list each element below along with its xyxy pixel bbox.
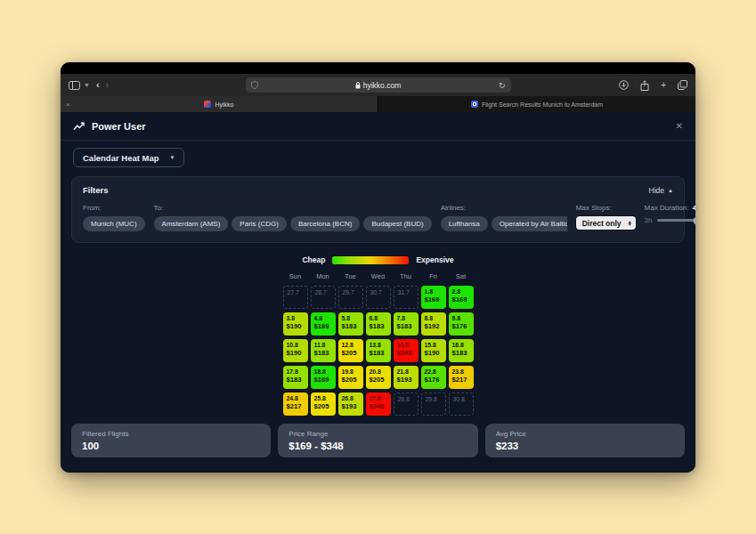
hyikko-favicon	[204, 101, 211, 108]
calendar-day-cell[interactable]: 6.8$183	[366, 312, 391, 336]
filter-chip[interactable]: Lufthansa	[441, 216, 488, 231]
filter-group-to: To: Amsterdam (AMS)Paris (CDG)Barcelona …	[154, 204, 432, 231]
calendar-day-cell[interactable]: 27.8$348	[366, 392, 391, 416]
lock-icon	[355, 82, 361, 89]
calendar-day-cell[interactable]: 16.8$183	[449, 339, 474, 362]
stat-filtered-flights: Filtered Flights 100	[71, 424, 271, 457]
downloads-icon[interactable]	[619, 80, 629, 90]
max-stops-value: Direct only	[582, 219, 622, 228]
calendar-day-cell[interactable]: 23.8$217	[449, 366, 474, 389]
filter-chip[interactable]: Amsterdam (AMS)	[154, 216, 229, 231]
url-bar[interactable]: hyikko.com ↻	[246, 77, 511, 93]
sidebar-menu-chevron-icon[interactable]: ▼	[84, 82, 90, 88]
calendar-day-cell[interactable]: 15.8$190	[421, 339, 446, 362]
page-header: Power User ✕	[61, 112, 695, 141]
from-chips: Munich (MUC)	[83, 216, 145, 231]
calendar-day-cell: 30.8	[449, 392, 474, 416]
tab-label: Flight Search Results Munich to Amsterda…	[482, 101, 603, 108]
tab-hyikko[interactable]: × Hyikko	[61, 96, 378, 112]
calendar-day-cell[interactable]: 3.8$190	[283, 312, 308, 336]
stats-row: Filtered Flights 100 Price Range $169 - …	[71, 424, 685, 457]
calendar-day-cell[interactable]: 7.8$183	[394, 312, 419, 336]
filter-group-airlines: Airlines: LufthansaOperated by Air Balti…	[441, 204, 567, 231]
slider-thumb[interactable]	[694, 216, 695, 224]
filter-group-max-stops: Max Stops: Direct only ▲▼	[576, 204, 636, 230]
calendar-day-cell[interactable]: 14.8$348	[394, 339, 419, 362]
tab-bar: × Hyikko Flight Search Results Munich to…	[61, 96, 695, 112]
tab-label: Hyikko	[215, 101, 233, 108]
legend-expensive-label: Expensive	[416, 255, 453, 264]
airlines-label: Airlines:	[441, 204, 567, 212]
calendar-day-cell[interactable]: 4.8$169	[311, 312, 336, 336]
share-icon[interactable]	[640, 80, 649, 91]
calendar-day-cell[interactable]: 10.8$190	[283, 339, 308, 362]
calendar-day-cell[interactable]: 11.8$183	[311, 339, 336, 362]
calendar-day-cell[interactable]: 25.8$205	[311, 392, 336, 416]
filter-chip[interactable]: Barcelona (BCN)	[290, 216, 360, 231]
tab-flight-search[interactable]: Flight Search Results Munich to Amsterda…	[378, 96, 695, 112]
to-label: To:	[154, 204, 432, 212]
forward-button-icon[interactable]: ›	[106, 80, 110, 90]
new-tab-icon[interactable]: +	[661, 81, 666, 90]
stat-avg-price: Avg Price $233	[485, 424, 685, 457]
calendar-day-cell: 28.7	[311, 286, 336, 309]
price-legend: Cheap Expensive	[71, 255, 685, 264]
calendar-day-cell[interactable]: 26.8$193	[338, 392, 363, 416]
back-button-icon[interactable]: ‹	[96, 80, 100, 90]
calendar-day-cell[interactable]: 9.8$176	[449, 312, 474, 336]
calendar-day-cell[interactable]: 22.8$176	[421, 366, 446, 389]
calendar-day-cell[interactable]: 18.8$169	[311, 366, 336, 389]
view-mode-dropdown[interactable]: Calendar Heat Map ▼	[73, 148, 184, 167]
duration-slider[interactable]	[657, 219, 695, 222]
filter-chip[interactable]: Operated by Air Baltic	[492, 216, 567, 231]
window-titlebar	[61, 62, 695, 74]
max-duration-label: Max Duration:	[645, 204, 689, 212]
day-header: Fri	[421, 272, 446, 281]
calendar-day-cell: 30.7	[366, 286, 391, 309]
page-title: Power User	[92, 121, 146, 132]
calendar-heat-map: SunMonTueWedThuFriSat 27.728.729.730.731…	[283, 272, 474, 416]
stat-label: Price Range	[289, 430, 467, 438]
from-label: From:	[83, 204, 145, 212]
calendar-day-cell: 29.7	[338, 286, 363, 309]
calendar-day-cell[interactable]: 17.8$183	[283, 366, 308, 389]
filters-title: Filters	[83, 185, 109, 195]
filter-chip[interactable]: Munich (MUC)	[83, 216, 145, 231]
flight-tab-favicon	[471, 101, 478, 108]
calendar-day-cell[interactable]: 2.8$169	[449, 286, 474, 309]
calendar-day-cell[interactable]: 20.8$205	[366, 366, 391, 389]
close-icon[interactable]: ✕	[676, 121, 683, 131]
stat-label: Filtered Flights	[82, 430, 260, 438]
sidebar-toggle-icon[interactable]	[69, 81, 80, 90]
chevron-down-icon: ▼	[170, 155, 175, 160]
view-mode-label: Calendar Heat Map	[83, 153, 159, 163]
filters-panel: Filters Hide ▲ From: Munich (MUC) To: Am…	[71, 176, 685, 243]
max-stops-label: Max Stops:	[576, 204, 636, 212]
calendar-day-cell[interactable]: 13.8$183	[366, 339, 391, 362]
calendar-day-cell: 27.7	[283, 286, 308, 309]
calendar-day-cell[interactable]: 8.8$192	[421, 312, 446, 336]
calendar-day-cell[interactable]: 21.8$193	[394, 366, 419, 389]
calendar-day-cell: 29.8	[421, 392, 446, 416]
airline-chips: LufthansaOperated by Air BalticOper	[441, 216, 567, 231]
tab-overview-icon[interactable]	[678, 80, 687, 90]
legend-cheap-label: Cheap	[302, 255, 325, 264]
calendar-day-cell[interactable]: 1.8$169	[421, 286, 446, 309]
calendar-day-cell[interactable]: 24.8$217	[283, 392, 308, 416]
stat-value: $169 - $348	[289, 441, 467, 451]
max-stops-select[interactable]: Direct only ▲▼	[576, 216, 636, 230]
reload-icon[interactable]: ↻	[499, 81, 506, 90]
chevron-up-icon: ▲	[668, 188, 673, 193]
filter-group-from: From: Munich (MUC)	[83, 204, 145, 231]
hide-filters-button[interactable]: Hide ▲	[649, 186, 673, 195]
filter-chip[interactable]: Paris (CDG)	[232, 216, 287, 231]
legend-gradient-bar	[332, 256, 409, 264]
filter-chip[interactable]: Budapest (BUD)	[363, 216, 431, 231]
page-content: Power User ✕ Calendar Heat Map ▼ Filters…	[61, 112, 695, 473]
tab-close-icon[interactable]: ×	[66, 101, 70, 109]
slider-min-label: 3h	[645, 216, 653, 224]
calendar-day-cell[interactable]: 19.8$205	[338, 366, 363, 389]
calendar-day-cell[interactable]: 12.8$205	[338, 339, 363, 362]
calendar-day-cell[interactable]: 5.8$183	[338, 312, 363, 336]
day-header: Sun	[283, 272, 308, 281]
